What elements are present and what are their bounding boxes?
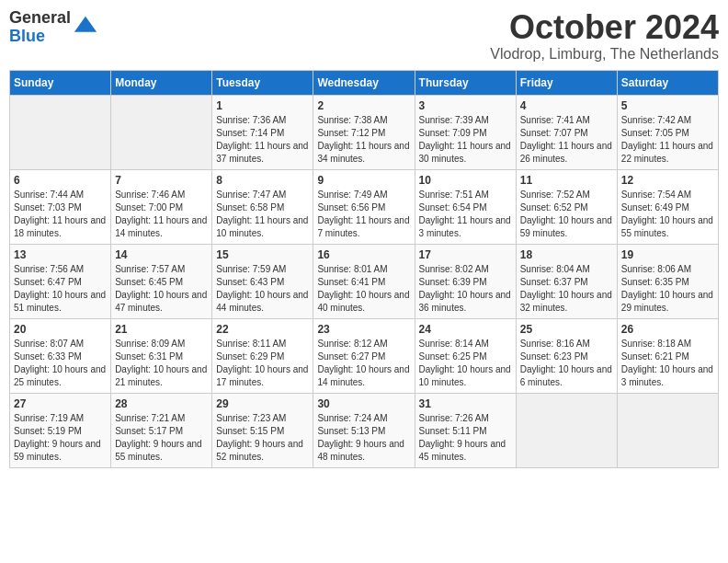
month-title: October 2024 <box>490 9 719 46</box>
day-info: Sunrise: 8:16 AM Sunset: 6:23 PM Dayligh… <box>520 338 613 389</box>
day-number: 25 <box>520 323 613 336</box>
day-info: Sunrise: 7:42 AM Sunset: 7:05 PM Dayligh… <box>621 114 714 166</box>
calendar-cell: 18Sunrise: 8:04 AM Sunset: 6:37 PM Dayli… <box>516 244 617 318</box>
calendar-cell: 30Sunrise: 7:24 AM Sunset: 5:13 PM Dayli… <box>313 393 415 467</box>
day-info: Sunrise: 7:47 AM Sunset: 6:58 PM Dayligh… <box>216 189 309 240</box>
calendar-table: Sunday Monday Tuesday Wednesday Thursday… <box>9 70 719 468</box>
calendar-cell: 14Sunrise: 7:57 AM Sunset: 6:45 PM Dayli… <box>111 244 212 318</box>
calendar-cell: 23Sunrise: 8:12 AM Sunset: 6:27 PM Dayli… <box>313 318 415 393</box>
calendar-cell <box>111 95 212 169</box>
calendar-cell: 9Sunrise: 7:49 AM Sunset: 6:56 PM Daylig… <box>313 169 415 244</box>
day-info: Sunrise: 8:12 AM Sunset: 6:27 PM Dayligh… <box>317 338 410 389</box>
day-info: Sunrise: 8:09 AM Sunset: 6:31 PM Dayligh… <box>115 338 208 389</box>
day-info: Sunrise: 7:36 AM Sunset: 7:14 PM Dayligh… <box>216 114 309 166</box>
calendar-cell: 6Sunrise: 7:44 AM Sunset: 7:03 PM Daylig… <box>10 169 111 244</box>
calendar-cell <box>10 95 111 169</box>
logo: General Blue <box>9 9 98 46</box>
day-number: 12 <box>621 174 714 187</box>
svg-marker-0 <box>74 17 97 32</box>
calendar-cell: 19Sunrise: 8:06 AM Sunset: 6:35 PM Dayli… <box>617 244 718 318</box>
day-info: Sunrise: 8:11 AM Sunset: 6:29 PM Dayligh… <box>216 338 309 389</box>
calendar-cell: 7Sunrise: 7:46 AM Sunset: 7:00 PM Daylig… <box>111 169 212 244</box>
day-number: 5 <box>621 99 714 112</box>
calendar-cell: 28Sunrise: 7:21 AM Sunset: 5:17 PM Dayli… <box>111 393 212 467</box>
day-number: 4 <box>520 99 613 112</box>
day-info: Sunrise: 7:57 AM Sunset: 6:45 PM Dayligh… <box>115 263 208 315</box>
logo-blue-text: Blue <box>9 28 71 46</box>
calendar-cell: 21Sunrise: 8:09 AM Sunset: 6:31 PM Dayli… <box>111 318 212 393</box>
day-info: Sunrise: 8:14 AM Sunset: 6:25 PM Dayligh… <box>419 338 512 389</box>
logo-general-text: General <box>9 9 71 28</box>
calendar-cell: 31Sunrise: 7:26 AM Sunset: 5:11 PM Dayli… <box>415 393 516 467</box>
day-number: 21 <box>115 323 208 336</box>
calendar-cell: 29Sunrise: 7:23 AM Sunset: 5:15 PM Dayli… <box>212 393 313 467</box>
calendar-row-3: 13Sunrise: 7:56 AM Sunset: 6:47 PM Dayli… <box>10 244 719 318</box>
calendar-row-1: 1Sunrise: 7:36 AM Sunset: 7:14 PM Daylig… <box>10 95 719 169</box>
day-number: 8 <box>216 174 309 187</box>
day-number: 30 <box>317 397 410 410</box>
day-number: 18 <box>520 248 613 261</box>
day-number: 17 <box>419 248 512 261</box>
calendar-cell: 27Sunrise: 7:19 AM Sunset: 5:19 PM Dayli… <box>10 393 111 467</box>
day-number: 6 <box>14 174 107 187</box>
day-info: Sunrise: 7:39 AM Sunset: 7:09 PM Dayligh… <box>419 114 512 166</box>
col-sunday: Sunday <box>10 70 111 95</box>
location-text: Vlodrop, Limburg, The Netherlands <box>490 46 719 63</box>
title-block: October 2024 Vlodrop, Limburg, The Nethe… <box>490 9 719 63</box>
day-number: 16 <box>317 248 410 261</box>
col-saturday: Saturday <box>617 70 718 95</box>
page-header: General Blue October 2024 Vlodrop, Limbu… <box>9 9 719 63</box>
day-number: 26 <box>621 323 714 336</box>
day-info: Sunrise: 8:06 AM Sunset: 6:35 PM Dayligh… <box>621 263 714 315</box>
day-info: Sunrise: 7:59 AM Sunset: 6:43 PM Dayligh… <box>216 263 309 315</box>
day-info: Sunrise: 7:49 AM Sunset: 6:56 PM Dayligh… <box>317 189 410 240</box>
calendar-cell: 20Sunrise: 8:07 AM Sunset: 6:33 PM Dayli… <box>10 318 111 393</box>
day-number: 11 <box>520 174 613 187</box>
day-number: 23 <box>317 323 410 336</box>
calendar-cell: 17Sunrise: 8:02 AM Sunset: 6:39 PM Dayli… <box>415 244 516 318</box>
col-wednesday: Wednesday <box>313 70 415 95</box>
day-info: Sunrise: 8:02 AM Sunset: 6:39 PM Dayligh… <box>419 263 512 315</box>
calendar-cell: 10Sunrise: 7:51 AM Sunset: 6:54 PM Dayli… <box>415 169 516 244</box>
day-number: 24 <box>419 323 512 336</box>
day-number: 14 <box>115 248 208 261</box>
calendar-row-4: 20Sunrise: 8:07 AM Sunset: 6:33 PM Dayli… <box>10 318 719 393</box>
calendar-cell: 4Sunrise: 7:41 AM Sunset: 7:07 PM Daylig… <box>516 95 617 169</box>
col-thursday: Thursday <box>415 70 516 95</box>
calendar-cell: 13Sunrise: 7:56 AM Sunset: 6:47 PM Dayli… <box>10 244 111 318</box>
day-info: Sunrise: 7:19 AM Sunset: 5:19 PM Dayligh… <box>14 412 107 464</box>
logo-icon <box>73 15 98 40</box>
calendar-cell <box>617 393 718 467</box>
calendar-cell: 1Sunrise: 7:36 AM Sunset: 7:14 PM Daylig… <box>212 95 313 169</box>
calendar-cell: 22Sunrise: 8:11 AM Sunset: 6:29 PM Dayli… <box>212 318 313 393</box>
day-info: Sunrise: 7:51 AM Sunset: 6:54 PM Dayligh… <box>419 189 512 240</box>
day-number: 3 <box>419 99 512 112</box>
col-tuesday: Tuesday <box>212 70 313 95</box>
day-info: Sunrise: 8:01 AM Sunset: 6:41 PM Dayligh… <box>317 263 410 315</box>
day-number: 15 <box>216 248 309 261</box>
day-info: Sunrise: 7:21 AM Sunset: 5:17 PM Dayligh… <box>115 412 208 464</box>
day-number: 20 <box>14 323 107 336</box>
day-number: 22 <box>216 323 309 336</box>
calendar-cell: 11Sunrise: 7:52 AM Sunset: 6:52 PM Dayli… <box>516 169 617 244</box>
day-info: Sunrise: 7:44 AM Sunset: 7:03 PM Dayligh… <box>14 189 107 240</box>
calendar-cell: 25Sunrise: 8:16 AM Sunset: 6:23 PM Dayli… <box>516 318 617 393</box>
day-number: 10 <box>419 174 512 187</box>
calendar-cell: 3Sunrise: 7:39 AM Sunset: 7:09 PM Daylig… <box>415 95 516 169</box>
col-monday: Monday <box>111 70 212 95</box>
calendar-cell <box>516 393 617 467</box>
day-info: Sunrise: 7:56 AM Sunset: 6:47 PM Dayligh… <box>14 263 107 315</box>
calendar-row-5: 27Sunrise: 7:19 AM Sunset: 5:19 PM Dayli… <box>10 393 719 467</box>
calendar-row-2: 6Sunrise: 7:44 AM Sunset: 7:03 PM Daylig… <box>10 169 719 244</box>
calendar-cell: 12Sunrise: 7:54 AM Sunset: 6:49 PM Dayli… <box>617 169 718 244</box>
calendar-body: 1Sunrise: 7:36 AM Sunset: 7:14 PM Daylig… <box>10 95 719 467</box>
calendar-cell: 16Sunrise: 8:01 AM Sunset: 6:41 PM Dayli… <box>313 244 415 318</box>
day-number: 9 <box>317 174 410 187</box>
day-number: 19 <box>621 248 714 261</box>
day-info: Sunrise: 7:24 AM Sunset: 5:13 PM Dayligh… <box>317 412 410 464</box>
day-info: Sunrise: 7:46 AM Sunset: 7:00 PM Dayligh… <box>115 189 208 240</box>
header-row: Sunday Monday Tuesday Wednesday Thursday… <box>10 70 719 95</box>
day-info: Sunrise: 7:54 AM Sunset: 6:49 PM Dayligh… <box>621 189 714 240</box>
day-info: Sunrise: 7:23 AM Sunset: 5:15 PM Dayligh… <box>216 412 309 464</box>
day-info: Sunrise: 7:38 AM Sunset: 7:12 PM Dayligh… <box>317 114 410 166</box>
